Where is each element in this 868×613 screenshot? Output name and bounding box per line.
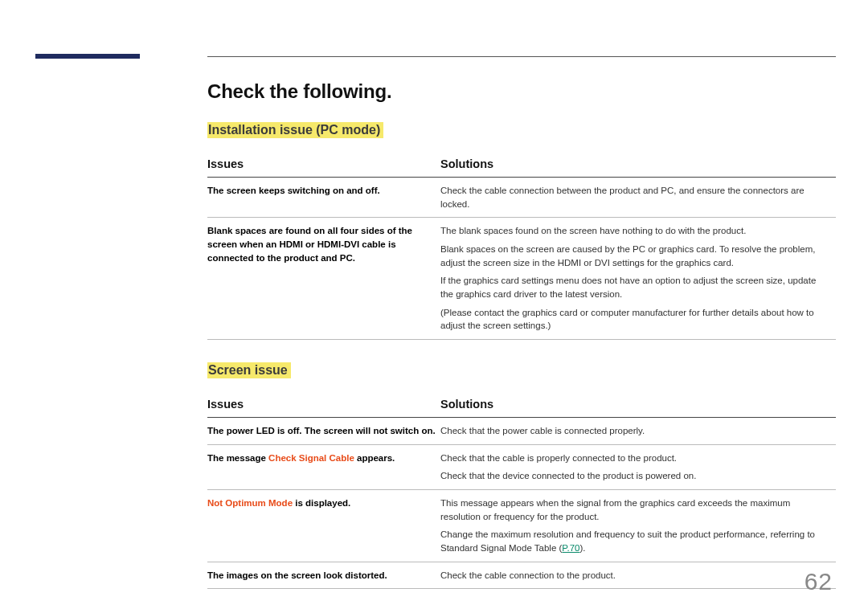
solution-text: This message appears when the signal fro… [440, 497, 831, 523]
solution-text: If the graphics card settings menu does … [440, 274, 831, 300]
content-area: Check the following. Installation issue … [207, 80, 836, 611]
solution-text: Check that the power cable is connected … [440, 424, 831, 438]
table-screen: Issues Solutions The power LED is off. T… [207, 391, 836, 589]
solution-text: Check that the device connected to the p… [440, 469, 831, 483]
table-row: The message Check Signal Cable appears. … [207, 444, 836, 489]
issue-cell: The screen keeps switching on and off. [207, 178, 440, 218]
section-heading-screen: Screen issue [207, 362, 291, 378]
solution-text-part: ). [580, 543, 586, 553]
issue-cell: Blank spaces are found on all four sides… [207, 218, 440, 340]
page-ref-link[interactable]: P.70 [562, 543, 579, 553]
issue-text: appears. [354, 453, 395, 463]
solution-text: Check the cable connection between the p… [440, 184, 831, 210]
solution-text: Check that the cable is properly connect… [440, 452, 831, 465]
issue-cell: The power LED is off. The screen will no… [207, 418, 440, 445]
table-row: The screen keeps switching on and off. C… [207, 178, 836, 218]
top-divider [207, 56, 836, 57]
issue-cell: The images on the screen look distorted. [207, 562, 440, 589]
table-row: Not Optimum Mode is displayed. This mess… [207, 490, 836, 562]
table-row: Blank spaces are found on all four sides… [207, 218, 836, 340]
solution-cell: Check that the power cable is connected … [440, 418, 836, 445]
issue-highlight: Not Optimum Mode [207, 498, 293, 508]
solution-text: Change the maximum resolution and freque… [440, 528, 831, 554]
col-header-solutions: Solutions [440, 391, 836, 418]
solution-text: The blank spaces found on the screen hav… [440, 224, 831, 238]
solution-cell: This message appears when the signal fro… [440, 490, 836, 562]
solution-text-part: Change the maximum resolution and freque… [440, 529, 815, 553]
col-header-solutions: Solutions [440, 151, 836, 178]
issue-text: is displayed. [293, 498, 350, 508]
col-header-issues: Issues [207, 151, 440, 178]
table-row: The power LED is off. The screen will no… [207, 418, 836, 445]
solution-text: (Please contact the graphics card or com… [440, 306, 831, 333]
solution-cell: The blank spaces found on the screen hav… [440, 218, 836, 340]
solution-text: Check the cable connection to the produc… [440, 569, 831, 582]
col-header-issues: Issues [207, 391, 440, 418]
page-title: Check the following. [207, 80, 836, 103]
table-installation: Issues Solutions The screen keeps switch… [207, 151, 836, 340]
solution-cell: Check the cable connection between the p… [440, 178, 836, 218]
accent-bar [35, 54, 140, 59]
issue-cell: Not Optimum Mode is displayed. [207, 490, 440, 562]
section-heading-installation: Installation issue (PC mode) [207, 122, 383, 138]
solution-cell: Check the cable connection to the produc… [440, 562, 836, 589]
issue-text: The message [207, 453, 268, 463]
issue-highlight: Check Signal Cable [268, 453, 354, 463]
table-row: The images on the screen look distorted.… [207, 562, 836, 589]
page-number: 62 [805, 568, 833, 595]
solution-text: Blank spaces on the screen are caused by… [440, 243, 831, 269]
solution-cell: Check that the cable is properly connect… [440, 444, 836, 489]
issue-cell: The message Check Signal Cable appears. [207, 444, 440, 489]
